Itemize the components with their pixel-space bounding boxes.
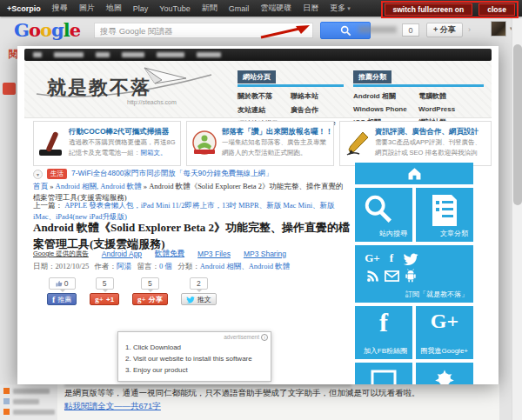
- reader-subscription-item[interactable]: [3, 398, 39, 404]
- red-pointer-arrow: [259, 23, 313, 40]
- breadcrumb-home-link[interactable]: 首頁: [33, 182, 48, 190]
- banner-scanner[interactable]: 行動COCO棒2代可攜式掃描器 透過教不落購買價格更優惠，再送8G記憶卡及充電電…: [33, 121, 181, 166]
- notification-badge[interactable]: 0: [402, 23, 419, 37]
- tweet-count: 2: [190, 277, 208, 290]
- topbar-item-more[interactable]: 更多▾: [330, 3, 351, 14]
- advertisement-label: advertisement: [224, 334, 259, 340]
- google-logo: Google: [14, 19, 80, 41]
- topbar-item-youtube[interactable]: YouTube: [159, 4, 190, 13]
- breadcrumb-category-link[interactable]: Android 相關, Android 軟體: [56, 182, 142, 190]
- logo-letter: g: [51, 19, 64, 41]
- topbar-item-maps[interactable]: 地圖: [106, 3, 122, 14]
- feed-icon: [3, 388, 10, 394]
- gplus-share-group: 5 g+ 分享: [132, 277, 168, 305]
- ads-by-google-label[interactable]: Google 提供的廣告: [33, 250, 89, 258]
- tile-article-categories[interactable]: 文章分類: [416, 188, 473, 242]
- article-meta: 日期：2012/10/25 作者：阿湯 留言：0 個 分類：Android 相關…: [33, 262, 290, 272]
- ticker-headline-link[interactable]: 7-WiFi全台4800家門市同步開放「每天90分鐘免費無線上網」: [71, 169, 272, 179]
- article-excerpt: 是網頁版等等，通通一視同仁都能玩，只不過語音助手變成了文字助手，但加減是可以玩看…: [64, 388, 494, 399]
- tweet-button[interactable]: 推文: [181, 293, 217, 305]
- category-link[interactable]: WordPress: [418, 105, 484, 113]
- site-page-link[interactable]: 廣告合作: [291, 105, 344, 115]
- ticker-toggle-icon[interactable]: ▾: [33, 170, 43, 179]
- gplus-share-button[interactable]: g+ 分享: [132, 293, 168, 305]
- browser-scrollbar[interactable]: [512, 17, 522, 420]
- tile-label: 圈我進Google+: [421, 346, 468, 356]
- sun-badge-icon: [427, 368, 462, 384]
- gplus-one-button[interactable]: g+ +1: [90, 293, 119, 305]
- previous-post-label: 上一篇：: [33, 201, 63, 210]
- close-button[interactable]: close: [478, 3, 515, 16]
- category-link[interactable]: Windows Phone: [353, 105, 418, 113]
- site-url: http://steachs.com: [127, 99, 177, 105]
- facebook-recommend-button[interactable]: f 推薦: [47, 293, 77, 305]
- banner-services[interactable]: 資訊評測、廣告合作、網頁設計 需要3C產品或APP評測、刊登廣告、網頁設計或 S…: [339, 121, 492, 166]
- tile-partial-gallery[interactable]: [355, 363, 412, 384]
- news-ticker: ▾ 生活 7-WiFi全台4800家門市同步開放「每天90分鐘免費無線上網」: [33, 169, 272, 179]
- banner-desc-link[interactable]: 開箱文。: [141, 149, 167, 157]
- gplus-one-count: 5: [96, 277, 114, 290]
- banner-title[interactable]: 行動COCO棒2代可攜式掃描器: [69, 127, 169, 137]
- category-links[interactable]: Android 相關、Android 軟體: [200, 262, 290, 270]
- comments-label: 留言：: [137, 262, 159, 270]
- reader-subscription-item[interactable]: [3, 388, 50, 394]
- nav-blur-item: [122, 52, 144, 57]
- section-underline: [238, 84, 344, 87]
- facebook-icon: f: [379, 308, 388, 337]
- feed-icon: [3, 398, 10, 404]
- tile-home[interactable]: [355, 163, 473, 184]
- topbar-profile-link[interactable]: +Scorpio: [7, 4, 41, 13]
- search-icon: [362, 193, 395, 226]
- logo-letter: l: [64, 19, 70, 41]
- reader-subscription-item[interactable]: [3, 409, 55, 415]
- date-value: 2012/10/25: [56, 262, 90, 270]
- ad-link[interactable]: MP3 Files: [197, 250, 231, 258]
- chevron-down-icon: ▾: [347, 5, 351, 11]
- feed-icon: [3, 409, 10, 415]
- topbar-item-play[interactable]: Play: [133, 4, 149, 13]
- ad-link[interactable]: Android App: [102, 250, 142, 258]
- tile-google-plus[interactable]: G+ 圈我進Google+: [416, 306, 473, 359]
- tweet-group: 2 推文: [181, 277, 217, 305]
- mail-icon: [385, 270, 399, 282]
- topbar-item-gmail[interactable]: Gmail: [229, 4, 250, 13]
- blurred-feed-title: [13, 410, 55, 415]
- site-page-link[interactable]: 關於教不落: [238, 91, 291, 101]
- topbar-item-drive[interactable]: 雲端硬碟: [260, 3, 291, 14]
- plus-one-label: +1: [106, 296, 114, 303]
- topbar-item-news[interactable]: 新聞: [202, 3, 218, 14]
- site-page-link[interactable]: 友站連結: [238, 105, 291, 115]
- share-button[interactable]: + 分享: [426, 23, 463, 37]
- topbar-item-images[interactable]: 圖片: [79, 3, 95, 14]
- category-label: 分類：: [177, 262, 200, 270]
- tile-facebook-fans[interactable]: f 加入FB粉絲團: [355, 306, 412, 359]
- comments-link[interactable]: 0 個: [159, 262, 172, 270]
- ad-link[interactable]: MP3 Sharing: [244, 250, 286, 258]
- banner-title[interactable]: 部落客「讚」出來開放報名囉！！: [222, 127, 333, 137]
- category-link[interactable]: 電腦軟體: [418, 91, 484, 101]
- category-link[interactable]: Android 相關: [353, 91, 418, 101]
- topbar-item-calendar[interactable]: 日曆: [303, 3, 318, 14]
- advertisement-box[interactable]: advertisement i 1. Click Download 2. Vis…: [117, 331, 271, 382]
- switch-fullscreen-button[interactable]: switch fullscreen on: [385, 3, 473, 16]
- nav-blur-item: [197, 52, 221, 57]
- tile-site-search[interactable]: 站內搜尋: [355, 188, 412, 242]
- topbar-item-search[interactable]: 搜尋: [52, 3, 68, 14]
- ad-link[interactable]: 軟體免費: [155, 249, 184, 259]
- twitter-icon: [186, 296, 195, 303]
- banner-title[interactable]: 資訊評測、廣告合作、網頁設計: [375, 127, 478, 137]
- banner-blogger-event[interactable]: 部落客「讚」出來開放報名囉！！ 一場集結知名部落客、廣告主及專業網路人的大型活動…: [186, 121, 334, 166]
- previous-post-link[interactable]: APPLE 發表會懶人包，iPad Mini 11/2即將上市，13吋 MBPR…: [33, 201, 335, 221]
- ticker-category-badge: 生活: [47, 169, 67, 179]
- author-link[interactable]: 阿湯: [117, 262, 131, 270]
- reader-sidebar-blurred: [0, 384, 57, 420]
- site-page-link[interactable]: 聯絡本站: [291, 91, 344, 101]
- adchoices-icon[interactable]: i: [261, 334, 268, 341]
- thumbs-up-icon: [56, 280, 63, 287]
- scrollbar-thumb[interactable]: [513, 44, 522, 205]
- tile-partial-badge[interactable]: [416, 363, 473, 384]
- site-title[interactable]: 就是教不落: [47, 75, 151, 101]
- tile-subscribe[interactable]: G+ f: [355, 245, 473, 303]
- avatar[interactable]: [491, 21, 506, 37]
- read-full-article-link[interactable]: 點我閱讀全文——共671字: [64, 401, 161, 412]
